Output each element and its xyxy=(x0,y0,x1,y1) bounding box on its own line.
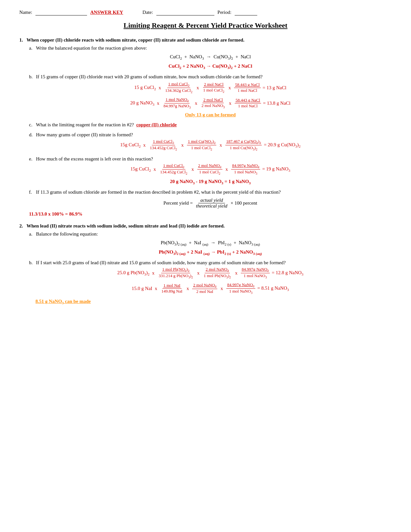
q1a-equation-unbalanced: CuCl2 + NaNO3 → Cu(NO3)2 + NaCl xyxy=(29,54,392,60)
q1d-result: = 20.9 g Cu(NO3)2 xyxy=(264,142,300,148)
q1b-calc2: 20 g NaNO3 x 1 mol NaNO3 84.997g NaNO3 x… xyxy=(29,97,392,110)
q1c-answer: copper (II) chloride xyxy=(136,122,177,127)
q2a: a. Balance the following equation: Pb(NO… xyxy=(29,231,392,256)
q1a-label: a. xyxy=(29,45,35,51)
date-label: Date: xyxy=(142,10,153,15)
q1e-text: How much of the excess reagent is left o… xyxy=(36,156,153,161)
q1b-label: b. xyxy=(29,74,35,80)
percent-yield-formula: Percent yield = actual yield theoretical… xyxy=(29,198,392,209)
q2b-label: b. xyxy=(29,260,35,266)
q1f-answer-block: 11.3/13.0 x 100% = 86.9% xyxy=(29,211,392,217)
q1c-text: What is the limiting reagent for the rea… xyxy=(36,122,134,127)
eq1-line1: CuCl2 + NaNO3 → Cu(NO3)2 + NaCl xyxy=(29,54,392,60)
name-label: Name: xyxy=(19,10,32,15)
q1f: f. If 11.3 grams of sodium chloride are … xyxy=(29,189,392,217)
q1e-calc: 15g CuCl2 x 1 mol CuCl2 134.452g CuCl2 x… xyxy=(29,163,392,176)
q2b-c1-result: = 12.8 g NaNO3 xyxy=(272,270,303,276)
date-field xyxy=(156,10,214,15)
eq2-line1: Pb(NO3)2 (aq) + NaI (aq) → PbI2 (s) + Na… xyxy=(29,240,392,246)
eq1-balanced: CuCl2 + 2 NaNO3 → Cu(NO3)2 + 2 NaCl xyxy=(29,63,392,70)
q1d-calc: 15g CuCl2 x 1 mol CuCl2 134.452g CuCl2 x… xyxy=(29,139,392,152)
q1b-answer: Only 13 g can be formed xyxy=(29,112,392,118)
calc2-result: = 13.8 g NaCl xyxy=(263,101,290,106)
q2a-text: Balance the following equation: xyxy=(36,231,98,237)
q1d-frac1: 1 mol CuCl2 134.452g CuCl2 xyxy=(149,139,178,152)
q1b-answer-text: Only 13 g can be formed xyxy=(185,112,236,117)
answer-key: ANSWER KEY xyxy=(90,10,123,15)
eq2-balanced: Pb(NO3)2 (aq) + 2 NaI (aq) → PbI2 (s) + … xyxy=(29,249,392,256)
q2b-c2-start: 15.0 g NaI xyxy=(132,286,152,291)
q2b: b. If I start with 25.0 grams of lead (I… xyxy=(29,260,392,305)
q2b-frac1a: 1 mol Pb(NO3)2 331.214 g Pb(NO3)2 xyxy=(158,267,194,280)
q1c-label: c. xyxy=(29,122,35,128)
calc1-start: 15 g CuCl2 xyxy=(134,85,156,91)
q2a-label: a. xyxy=(29,231,35,237)
q1e-subtraction: 20 g NaNO3 - 19 g NaNO3 = 1 g NaNO3 xyxy=(29,179,392,185)
pct-den: theoretical yield xyxy=(194,203,229,209)
pct-mult: × 100 percent xyxy=(230,200,257,206)
q2b-frac2a: 1 mol NaI 149.89g NaI xyxy=(161,283,183,294)
frac2c: 58.443 g NaCl 1 mol NaCl xyxy=(235,98,261,109)
q2a-eq-unbalanced: Pb(NO3)2 (aq) + NaI (aq) → PbI2 (s) + Na… xyxy=(29,240,392,246)
q1f-label: f. xyxy=(29,189,35,195)
q1f-answer: 11.3/13.0 x 100% = 86.9% xyxy=(29,211,83,217)
q2b-frac2c: 84.997g NaNO3 1 mol NaNO3 xyxy=(226,282,255,295)
q1d: d. How many grams of copper (II) nitrate… xyxy=(29,132,392,152)
q1d-frac2: 1 mol Cu(NO3)2 1 mol CuCl2 xyxy=(187,139,217,152)
pct-label: Percent yield = xyxy=(163,200,193,206)
name-field xyxy=(35,10,87,15)
q2a-eq-balanced: Pb(NO3)2 (aq) + 2 NaI (aq) → PbI2 (s) + … xyxy=(29,249,392,256)
frac1c: 58.443 g NaCl 1 mol NaCl xyxy=(234,82,260,93)
q2b-text: If I start with 25.0 grams of lead (II) … xyxy=(36,260,286,265)
q1e-frac3: 84.997g NaNO3 1 mol NaNO3 xyxy=(231,163,260,176)
q2b-frac2b: 2 mol NaNO3 2 mol NaI xyxy=(192,283,217,295)
frac1b: 2 mol NaCl 1 mol CuCl2 xyxy=(202,82,225,94)
pct-num: actual yield xyxy=(198,198,225,203)
q1d-frac3: 187.467 g Cu(NO3)2 1 mol Cu(NO3)2 xyxy=(225,139,262,152)
pct-frac: actual yield theoretical yield xyxy=(194,198,229,209)
q1c: c. What is the limiting reagent for the … xyxy=(29,122,392,128)
q1d-label: d. xyxy=(29,132,35,138)
header: Name: ANSWER KEY Date: Period: xyxy=(19,10,392,15)
q2-label: 2. xyxy=(19,223,25,228)
q2b-frac1b: 2 mol NaNO3 1 mol Pb(NO3)2 xyxy=(203,267,232,280)
q1f-text: If 11.3 grams of sodium chloride are for… xyxy=(36,189,281,195)
q1e: e. How much of the excess reagent is lef… xyxy=(29,156,392,185)
q1e-result: = 19 g NaNO3 xyxy=(262,166,290,172)
q2b-answer: 8.51 g NaNO3 can be made xyxy=(35,299,91,304)
period-field xyxy=(235,10,257,15)
q1d-text: How many grams of copper (II) nitrate is… xyxy=(36,132,133,137)
question-2: 2. When lead (II) nitrate reacts with so… xyxy=(19,223,392,305)
q2-main: 2. When lead (II) nitrate reacts with so… xyxy=(19,223,392,229)
calc2-start: 20 g NaNO3 xyxy=(130,100,154,106)
q2b-c1-start: 25.0 g Pb(NO3)2 xyxy=(117,270,150,276)
calc1-result: = 13 g NaCl xyxy=(263,85,287,91)
q1a-equation-balanced: CuCl2 + 2 NaNO3 → Cu(NO3)2 + 2 NaCl xyxy=(29,63,392,70)
frac1a: 1 mol CuCl2 134.362g CuCl2 xyxy=(164,82,193,94)
q1b: b. If 15 grams of copper (II) chloride r… xyxy=(29,74,392,118)
q1e-start: 15g CuCl2 xyxy=(131,166,151,172)
q1b-text: If 15 grams of copper (II) chloride reac… xyxy=(36,74,263,79)
period-label: Period: xyxy=(218,10,231,15)
q1e-frac2: 2 mol NaNO3 1 mol CuCl2 xyxy=(197,163,222,176)
q2b-c2-result: = 8.51 g NaNO3 xyxy=(257,285,289,292)
q1e-sub-text: 20 g NaNO3 - 19 g NaNO3 = 1 g NaNO3 xyxy=(170,179,250,184)
q1e-label: e. xyxy=(29,156,35,162)
q1e-frac1: 1 mol CuCl2 134.452g CuCl2 xyxy=(159,163,188,176)
q1b-calc1: 15 g CuCl2 x 1 mol CuCl2 134.362g CuCl2 … xyxy=(29,82,392,94)
frac2a: 1 mol NaNO3 84.997g NaNO3 xyxy=(162,97,191,110)
frac2b: 2 mol NaCl 2 mol NaNO3 xyxy=(201,97,226,109)
q1d-start: 15g CuCl2 xyxy=(120,142,141,148)
q2b-frac1c: 84.997g NaNO3 1 mol NaNO3 xyxy=(241,267,270,280)
page-title: Limiting Reagent & Percent Yield Practic… xyxy=(19,21,392,30)
q2b-answer-block: 8.51 g NaNO3 can be made xyxy=(35,299,392,305)
q2b-calc1: 25.0 g Pb(NO3)2 x 1 mol Pb(NO3)2 331.214… xyxy=(29,267,392,280)
q1-label: 1. xyxy=(19,37,25,43)
q1-text: When copper (II) chloride reacts with so… xyxy=(26,37,244,43)
q2-text: When lead (II) nitrate reacts with sodiu… xyxy=(26,223,225,228)
q2b-calc2: 15.0 g NaI x 1 mol NaI 149.89g NaI x 2 m… xyxy=(29,282,392,295)
q1a-text: Write the balanced equation for the reac… xyxy=(36,45,147,51)
q1-main: 1. When copper (II) chloride reacts with… xyxy=(19,37,392,43)
q1a: a. Write the balanced equation for the r… xyxy=(29,45,392,70)
question-1: 1. When copper (II) chloride reacts with… xyxy=(19,37,392,217)
